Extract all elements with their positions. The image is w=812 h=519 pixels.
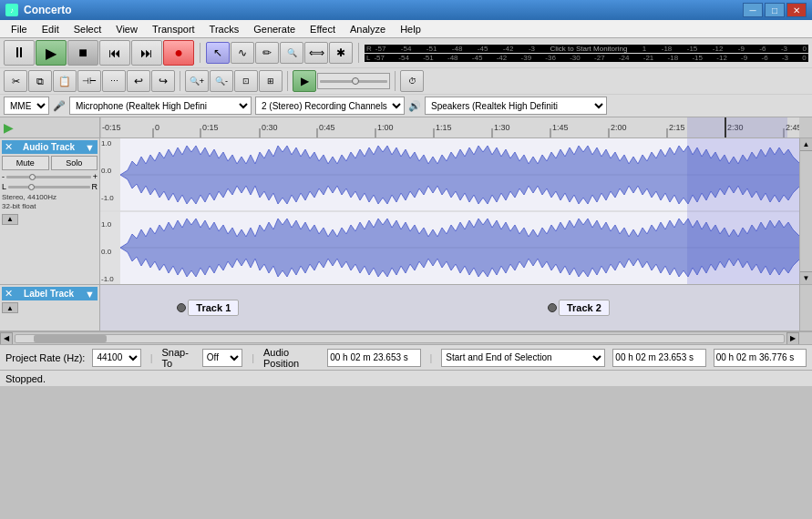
label-track-expand-button[interactable]: ▲ <box>2 302 18 313</box>
pan-knob[interactable] <box>28 184 35 190</box>
waveform-ch1 <box>120 146 799 204</box>
time-format-button[interactable]: ⏱ <box>400 70 424 92</box>
selection-end-input[interactable] <box>714 349 807 367</box>
rewind-button[interactable]: ⏮ <box>99 40 130 66</box>
waveform-ch2 <box>120 219 799 277</box>
green-triangle-icon: ▶ <box>4 120 14 135</box>
scroll-down-button[interactable]: ▼ <box>800 271 812 284</box>
trim-button[interactable]: ⊣⊢ <box>77 70 101 92</box>
menu-analyze[interactable]: Analyze <box>343 22 393 36</box>
multi-tool-button[interactable]: ✱ <box>329 42 353 64</box>
menu-transport[interactable]: Transport <box>145 22 202 36</box>
scale-bot2: -1.0 <box>100 274 120 284</box>
play-at-speed-button[interactable]: ▶ <box>293 70 316 92</box>
hscroll-track[interactable] <box>15 334 785 343</box>
pause-button[interactable]: ⏸ <box>4 40 35 66</box>
copy-button[interactable]: ⧉ <box>28 70 52 92</box>
label-track-arrow[interactable]: ▼ <box>85 289 95 300</box>
speaker-select[interactable]: Speakers (Realtek High Definiti <box>425 97 607 115</box>
draw-tool-button[interactable]: ✏ <box>255 42 279 64</box>
menu-generate[interactable]: Generate <box>246 22 303 36</box>
snap-to-select[interactable]: Off <box>202 349 242 367</box>
hscroll-left-button[interactable]: ◀ <box>0 332 13 345</box>
silence-button[interactable]: ⋯ <box>102 70 126 92</box>
scroll-up-button[interactable]: ▲ <box>800 138 812 151</box>
pan-slider[interactable] <box>8 186 89 188</box>
stopped-bar: Stopped. <box>0 370 812 386</box>
selection-start-input[interactable] <box>612 349 705 367</box>
timeline-ruler: -0:15 0 0:15 0:30 0:45 1:00 1:15 1:30 1:… <box>100 117 799 137</box>
mic-icon: 🎤 <box>53 100 66 112</box>
ruler-controls: ▶ <box>0 117 100 137</box>
record-meter-scale: -57-54-51-48-45-42-3 Click to Start Moni… <box>374 45 808 53</box>
zoom-out-button[interactable]: 🔍- <box>210 70 233 92</box>
close-button[interactable]: ✕ <box>786 3 807 17</box>
mute-solo-buttons: Mute Solo <box>2 156 98 170</box>
forward-button[interactable]: ⏭ <box>131 40 162 66</box>
maximize-button[interactable]: □ <box>765 3 785 17</box>
selection-type-select[interactable]: Start and End of Selection <box>441 349 605 367</box>
menubar: File Edit Select View Transport Tracks G… <box>0 20 812 38</box>
audio-position-input[interactable] <box>327 349 420 367</box>
menu-edit[interactable]: Edit <box>35 22 67 36</box>
label-track-controls: ✕ Label Track ▼ ▲ <box>0 285 100 331</box>
envelope-tool-button[interactable]: ∿ <box>231 42 254 64</box>
scale-bot1: -1.0 <box>100 193 120 203</box>
vscrollbar[interactable]: ▲ ▼ <box>799 138 812 284</box>
titlebar: ♪ Concerto ─ □ ✕ <box>0 0 812 20</box>
paste-button[interactable]: 📋 <box>53 70 77 92</box>
device-row: MME 🎤 Microphone (Realtek High Defini 2 … <box>0 95 812 117</box>
svg-text:0:15: 0:15 <box>202 123 219 132</box>
time-shift-button[interactable]: ⟺ <box>304 42 328 64</box>
stop-button[interactable]: ■ <box>67 40 98 66</box>
gain-knob[interactable] <box>29 174 36 180</box>
speed-slider[interactable] <box>317 73 390 89</box>
label-track-close[interactable]: ✕ <box>5 288 13 300</box>
menu-effect[interactable]: Effect <box>303 22 343 36</box>
interface-select[interactable]: MME <box>4 97 49 115</box>
undo-button[interactable]: ↩ <box>127 70 150 92</box>
channels-select[interactable]: 2 (Stereo) Recording Channels <box>255 97 405 115</box>
edit-tools: ✂ ⧉ 📋 ⊣⊢ ⋯ ↩ ↪ <box>4 70 175 92</box>
mute-button[interactable]: Mute <box>2 156 49 170</box>
divider2-icon: | <box>252 352 254 363</box>
svg-text:0: 0 <box>155 123 159 132</box>
zoom-in-button[interactable]: 🔍+ <box>185 70 209 92</box>
timeline-ruler-container: ▶ -0:15 0 0:15 0:30 0:45 1:00 1:15 <box>0 117 812 138</box>
zoom-in-tool-button[interactable]: 🔍 <box>280 42 303 64</box>
transport-controls: ⏸ ▶ ■ ⏮ ⏭ ● <box>4 40 194 66</box>
microphone-select[interactable]: Microphone (Realtek High Defini <box>69 97 252 115</box>
tool-buttons: ↖ ∿ ✏ 🔍 ⟺ ✱ <box>206 42 353 64</box>
audio-position-label: Audio Position <box>263 347 320 369</box>
track2-text: Track 2 <box>559 300 610 316</box>
record-button[interactable]: ● <box>163 40 194 66</box>
audio-track-close[interactable]: ✕ <box>5 141 13 153</box>
zoom-fit-button[interactable]: ⊡ <box>234 70 258 92</box>
menu-file[interactable]: File <box>4 22 35 36</box>
menu-tracks[interactable]: Tracks <box>202 22 247 36</box>
label-track-row: ✕ Label Track ▼ ▲ Track 1 Track 2 <box>0 285 812 331</box>
redo-button[interactable]: ↪ <box>151 70 175 92</box>
select-tool-button[interactable]: ↖ <box>206 42 230 64</box>
track-expand-button[interactable]: ▲ <box>2 214 18 225</box>
main-area: ▶ -0:15 0 0:15 0:30 0:45 1:00 1:15 <box>0 117 812 344</box>
gain-slider[interactable] <box>6 176 91 178</box>
solo-button[interactable]: Solo <box>51 156 98 170</box>
scale-mid2: 0.0 <box>100 247 120 257</box>
minimize-button[interactable]: ─ <box>743 3 763 17</box>
gain-control: - + <box>2 172 98 181</box>
svg-text:-0:15: -0:15 <box>102 123 121 132</box>
track2-label: Track 2 <box>548 300 610 316</box>
click-monitor-label[interactable]: Click to Start Monitoring <box>550 45 627 53</box>
play-button[interactable]: ▶ <box>36 40 67 66</box>
menu-help[interactable]: Help <box>393 22 428 36</box>
svg-rect-26 <box>687 117 787 137</box>
hscroll-thumb[interactable] <box>34 335 107 342</box>
hscroll-right-button[interactable]: ▶ <box>786 332 799 345</box>
project-rate-select[interactable]: 44100 <box>92 349 140 367</box>
zoom-select-button[interactable]: ⊞ <box>259 70 283 92</box>
cut-button[interactable]: ✂ <box>4 70 27 92</box>
menu-select[interactable]: Select <box>67 22 109 36</box>
audio-track-arrow[interactable]: ▼ <box>85 142 95 153</box>
menu-view[interactable]: View <box>108 22 145 36</box>
